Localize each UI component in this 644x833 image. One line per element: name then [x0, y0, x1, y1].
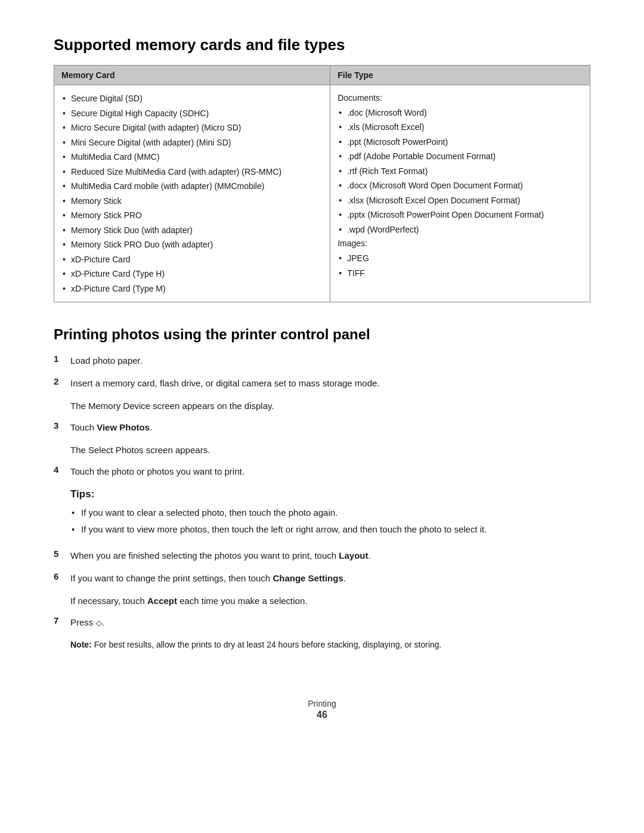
change-settings-bold: Change Settings: [273, 573, 343, 583]
step-6-content: If you want to change the print settings…: [70, 571, 346, 586]
list-item: .xlsx (Microsoft Excel Open Document For…: [338, 193, 583, 208]
list-item: Mini Secure Digital (with adapter) (Mini…: [61, 135, 323, 150]
list-item: JPEG: [338, 251, 583, 266]
step-6-sub: If necessary, touch Accept each time you…: [70, 594, 590, 608]
step-5-content: When you are finished selecting the phot…: [70, 549, 371, 563]
tips-section: Tips: If you want to clear a selected ph…: [70, 488, 590, 537]
step-2: 2 Insert a memory card, flash drive, or …: [54, 376, 590, 391]
image-list: JPEG TIFF: [338, 251, 583, 280]
step-6: 6 If you want to change the print settin…: [54, 571, 590, 586]
note-text: For best results, allow the prints to dr…: [92, 640, 442, 649]
col2-header: File Type: [330, 66, 590, 85]
images-label: Images:: [338, 239, 367, 248]
step-3-sub: The Select Photos screen appears.: [70, 443, 590, 457]
step-5: 5 When you are finished selecting the ph…: [54, 549, 590, 563]
footer-section-label: Printing: [308, 699, 336, 708]
list-item: .docx (Microsoft Word Open Document Form…: [338, 178, 583, 193]
step-4-number: 4: [54, 465, 67, 475]
list-item: TIFF: [338, 266, 583, 281]
step-3-content: Touch View Photos.: [70, 420, 152, 435]
step-7-number: 7: [54, 615, 67, 625]
view-photos-bold: View Photos: [97, 422, 150, 432]
file-type-list-cell: Documents: .doc (Microsoft Word) .xls (M…: [330, 85, 590, 302]
list-item: .ppt (Microsoft PowerPoint): [338, 135, 583, 150]
memory-cards-table: Memory Card File Type Secure Digital (SD…: [54, 65, 590, 302]
list-item: .pptx (Microsoft PowerPoint Open Documen…: [338, 208, 583, 222]
step-3: 3 Touch View Photos.: [54, 420, 590, 435]
tips-title: Tips:: [70, 488, 590, 500]
col1-header: Memory Card: [54, 66, 330, 85]
list-item: Memory Stick: [61, 194, 323, 209]
list-item: .wpd (WordPerfect): [338, 222, 583, 237]
list-item: Reduced Size MultiMedia Card (with adapt…: [61, 165, 323, 179]
tip-item-1: If you want to clear a selected photo, t…: [70, 505, 590, 521]
documents-label: Documents:: [338, 93, 382, 103]
list-item: Secure Digital (SD): [61, 91, 323, 106]
step-5-number: 5: [54, 549, 67, 559]
document-list: .doc (Microsoft Word) .xls (Microsoft Ex…: [338, 106, 583, 237]
section2-title: Printing photos using the printer contro…: [54, 326, 590, 343]
accept-bold: Accept: [147, 596, 177, 606]
list-item: xD-Picture Card: [61, 252, 323, 267]
section1-title: Supported memory cards and file types: [54, 36, 590, 54]
list-item: .doc (Microsoft Word): [338, 106, 583, 120]
step-2-number: 2: [54, 376, 67, 386]
list-item: xD-Picture Card (Type M): [61, 281, 323, 296]
step-7: 7 Press ◇.: [54, 615, 590, 630]
tips-list: If you want to clear a selected photo, t…: [70, 505, 590, 537]
steps-section: 1 Load photo paper. 2 Insert a memory ca…: [54, 354, 590, 651]
step-1-content: Load photo paper.: [70, 354, 143, 368]
list-item: MultiMedia Card (MMC): [61, 150, 323, 165]
page-footer: Printing 46: [54, 699, 590, 720]
step-2-sub: The Memory Device screen appears on the …: [70, 399, 590, 413]
list-item: Memory Stick PRO Duo (with adapter): [61, 237, 323, 252]
tip-item-2: If you want to view more photos, then to…: [70, 522, 590, 537]
list-item: MultiMedia Card mobile (with adapter) (M…: [61, 179, 323, 194]
step-1: 1 Load photo paper.: [54, 354, 590, 368]
step-1-number: 1: [54, 354, 67, 364]
note-box: Note: For best results, allow the prints…: [70, 638, 590, 651]
list-item: .pdf (Adobe Portable Document Format): [338, 149, 583, 164]
list-item: xD-Picture Card (Type H): [61, 267, 323, 281]
memory-card-list-cell: Secure Digital (SD) Secure Digital High …: [54, 85, 330, 302]
diamond-icon: ◇: [96, 618, 102, 627]
list-item: .rtf (Rich Text Format): [338, 164, 583, 179]
list-item: .xls (Microsoft Excel): [338, 120, 583, 135]
step-2-content: Insert a memory card, flash drive, or di…: [70, 376, 380, 391]
list-item: Memory Stick PRO: [61, 208, 323, 223]
list-item: Secure Digital High Capacity (SDHC): [61, 106, 323, 121]
step-4: 4 Touch the photo or photos you want to …: [54, 465, 590, 479]
note-label: Note:: [70, 640, 92, 649]
page-number: 46: [54, 710, 590, 720]
step-4-content: Touch the photo or photos you want to pr…: [70, 465, 244, 479]
list-item: Micro Secure Digital (with adapter) (Mic…: [61, 120, 323, 135]
step-3-number: 3: [54, 420, 67, 431]
memory-card-list: Secure Digital (SD) Secure Digital High …: [61, 91, 323, 296]
list-item: Memory Stick Duo (with adapter): [61, 223, 323, 238]
step-6-number: 6: [54, 571, 67, 581]
step-7-content: Press ◇.: [70, 615, 104, 630]
layout-bold: Layout: [339, 550, 368, 561]
